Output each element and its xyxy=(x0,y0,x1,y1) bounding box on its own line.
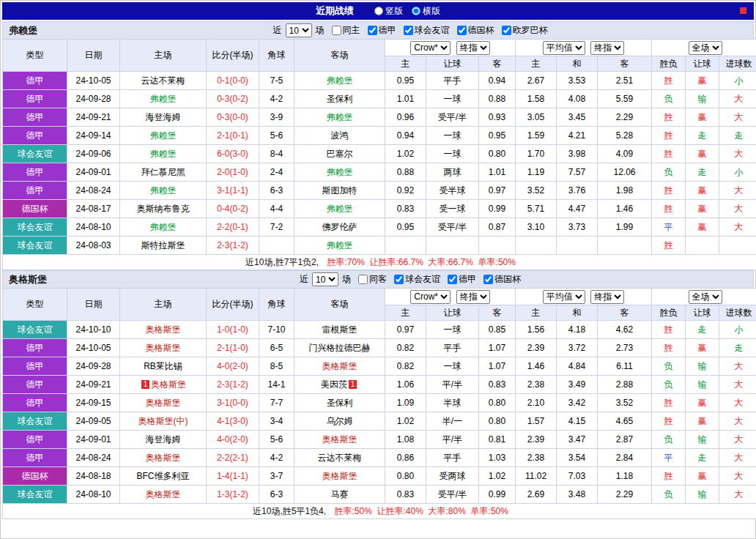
home-team-cell[interactable]: 奥格斯堡 xyxy=(120,321,207,339)
league-filter-checkbox[interactable] xyxy=(368,26,377,35)
home-team-cell[interactable]: 弗赖堡 xyxy=(120,182,207,200)
away-team-cell[interactable]: 云达不莱梅 xyxy=(294,449,385,467)
league-filter-checkbox[interactable] xyxy=(457,26,467,35)
away-team-cell[interactable]: 美因茨1 xyxy=(294,376,385,394)
home-team-cell[interactable]: 弗赖堡 xyxy=(120,218,207,237)
away-team-cell[interactable]: 斯图加特 xyxy=(294,182,385,200)
home-team-cell[interactable]: 海登海姆 xyxy=(120,108,207,127)
match-score[interactable]: 0-4(0-2) xyxy=(207,200,259,218)
match-score[interactable]: 6-0(3-0) xyxy=(207,145,259,163)
match-score[interactable]: 2-2(0-1) xyxy=(207,218,259,237)
away-team-cell[interactable]: 门兴格拉德巴赫 xyxy=(294,339,385,357)
match-score[interactable]: 2-2(2-1) xyxy=(207,449,259,467)
match-score[interactable]: 2-1(0-1) xyxy=(207,127,259,145)
league-filter-checkbox[interactable] xyxy=(404,26,413,35)
handicap-line: 受平/半 xyxy=(426,218,479,237)
home-team-cell[interactable]: 海登海姆 xyxy=(120,431,207,449)
avg-type-select[interactable]: 平均值 xyxy=(543,290,585,304)
league-filter[interactable]: 欧罗巴杯 xyxy=(497,24,548,37)
league-filter-checkbox[interactable] xyxy=(502,26,511,35)
recent-count-select[interactable]: 10 xyxy=(312,272,338,286)
match-score[interactable]: 0-3(0-2) xyxy=(207,90,259,108)
home-team-cell[interactable]: 云达不莱梅 xyxy=(120,72,207,90)
league-filter-checkbox[interactable] xyxy=(448,275,457,284)
avg-time-select[interactable]: 终指 xyxy=(590,41,624,55)
away-team-cell[interactable]: 奥格斯堡 xyxy=(294,467,385,486)
match-score[interactable]: 3-1(1-1) xyxy=(207,182,259,200)
league-filter[interactable]: 德国杯 xyxy=(452,24,494,37)
avg-away-odds: 2.29 xyxy=(598,486,652,504)
home-team-cell[interactable]: 奥格斯堡 xyxy=(120,339,207,357)
match-score[interactable]: 2-0(1-0) xyxy=(207,163,259,182)
match-score[interactable]: 2-3(1-2) xyxy=(207,376,259,394)
home-team-cell[interactable]: BFC维多利亚 xyxy=(120,467,207,486)
layout-option-horizontal[interactable]: 横版 xyxy=(412,5,440,18)
away-team-cell[interactable]: 马赛 xyxy=(294,486,385,504)
home-team-cell[interactable]: 弗赖堡 xyxy=(120,145,207,163)
home-team-cell[interactable]: 奥格斯堡 xyxy=(120,449,207,467)
away-team-cell[interactable]: 乌尔姆 xyxy=(294,412,385,431)
home-team-cell[interactable]: 奥格斯堡 xyxy=(120,486,207,504)
match-score[interactable]: 1-4(1-1) xyxy=(207,467,259,486)
layout-radio[interactable] xyxy=(374,7,383,15)
match-score[interactable]: 1-3(1-2) xyxy=(207,486,259,504)
layout-option-vertical[interactable]: 竖版 xyxy=(374,5,403,18)
recent-count-select[interactable]: 10 xyxy=(286,23,312,37)
away-team-cell[interactable]: 弗赖堡 xyxy=(294,72,385,90)
handicap-time-select[interactable]: 终指 xyxy=(456,41,490,55)
match-score[interactable]: 0-1(0-0) xyxy=(207,72,259,90)
league-filter-checkbox[interactable] xyxy=(483,275,493,284)
same-venue-filter-checkbox[interactable] xyxy=(332,26,341,35)
home-team-cell[interactable]: 斯特拉斯堡 xyxy=(120,237,207,255)
away-team-cell[interactable]: 波鸿 xyxy=(294,127,385,145)
home-team-cell[interactable]: 奥格斯堡 xyxy=(120,394,207,412)
match-score[interactable]: 0-3(0-0) xyxy=(207,108,259,127)
match-row: 德甲24-08-24奥格斯堡2-2(2-1)4-2云达不莱梅0.86平手1.03… xyxy=(3,449,756,467)
away-team-cell[interactable]: 奥格斯堡 xyxy=(294,357,385,376)
league-filter[interactable]: 德甲 xyxy=(363,24,396,37)
away-team-cell[interactable]: 雷根斯堡 xyxy=(294,321,385,339)
league-filter[interactable]: 德国杯 xyxy=(478,273,521,286)
home-team-cell[interactable]: 奥斯纳布鲁克 xyxy=(120,200,207,218)
handicap-time-select[interactable]: 终指 xyxy=(456,290,490,304)
same-venue-filter[interactable]: 同主 xyxy=(327,24,360,37)
layout-radio[interactable] xyxy=(412,7,420,15)
away-team-cell[interactable]: 弗赖堡 xyxy=(294,200,385,218)
home-team-cell[interactable]: RB莱比锡 xyxy=(120,357,207,376)
same-venue-filter[interactable]: 同客 xyxy=(353,273,387,286)
league-filter[interactable]: 球会友谊 xyxy=(389,273,440,286)
home-team-cell[interactable]: 弗赖堡 xyxy=(120,127,207,145)
league-filter[interactable]: 球会友谊 xyxy=(399,24,450,37)
away-team-cell[interactable]: 巴塞尔 xyxy=(294,145,385,163)
handicap-home-odds: 0.96 xyxy=(385,108,426,127)
match-score[interactable]: 1-0(1-0) xyxy=(207,321,259,339)
away-team-cell[interactable]: 佛罗伦萨 xyxy=(294,218,385,237)
away-team-cell[interactable]: 圣保利 xyxy=(294,394,385,412)
scope-select[interactable]: 全场 xyxy=(689,41,722,55)
scope-select[interactable]: 全场 xyxy=(689,290,722,304)
away-team-cell[interactable]: 弗赖堡 xyxy=(294,108,385,127)
league-badge: 德甲 xyxy=(3,431,67,449)
away-team-cell[interactable]: 弗赖堡 xyxy=(294,163,385,182)
bookmaker-select[interactable]: Crow* xyxy=(410,41,451,55)
away-team-cell[interactable]: 圣保利 xyxy=(294,90,385,108)
home-team-cell[interactable]: 拜仁慕尼黑 xyxy=(120,163,207,182)
avg-type-select[interactable]: 平均值 xyxy=(543,41,585,55)
home-team-cell[interactable]: 1奥格斯堡 xyxy=(120,376,207,394)
bookmaker-select[interactable]: Crow* xyxy=(410,290,451,304)
league-filter-checkbox[interactable] xyxy=(394,275,404,284)
avg-time-select[interactable]: 终指 xyxy=(590,290,624,304)
match-score[interactable]: 2-1(1-0) xyxy=(207,339,259,357)
match-score[interactable]: 2-3(1-2) xyxy=(207,237,259,255)
match-score[interactable]: 4-0(2-0) xyxy=(207,357,259,376)
recent-label: 近 xyxy=(300,273,308,286)
match-score[interactable]: 4-0(2-0) xyxy=(207,431,259,449)
away-team-cell[interactable]: 奥格斯堡 xyxy=(294,431,385,449)
same-venue-filter-checkbox[interactable] xyxy=(358,275,368,284)
match-score[interactable]: 3-1(0-0) xyxy=(207,394,259,412)
away-team-cell[interactable]: 弗赖堡 xyxy=(294,237,385,255)
home-team-cell[interactable]: 奥格斯堡(中) xyxy=(120,412,207,431)
league-filter[interactable]: 德甲 xyxy=(442,273,476,286)
home-team-cell[interactable]: 弗赖堡 xyxy=(120,90,207,108)
match-score[interactable]: 4-1(3-0) xyxy=(207,412,259,431)
